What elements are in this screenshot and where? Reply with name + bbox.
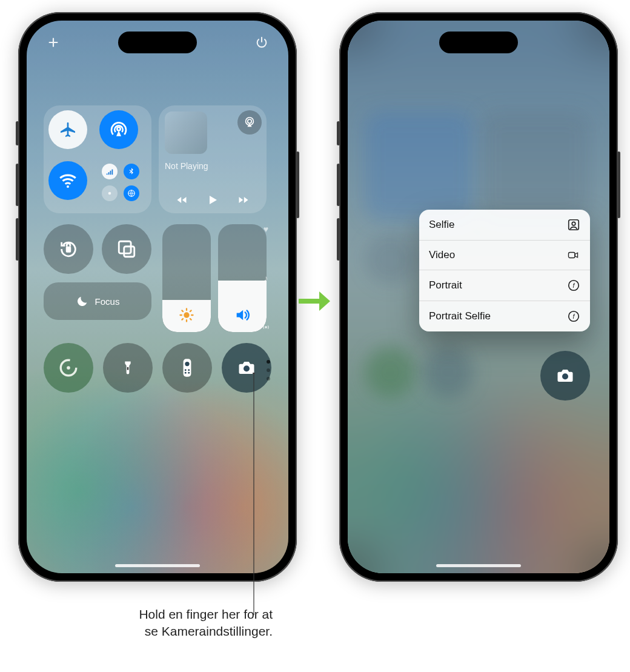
dynamic-island [439, 32, 518, 53]
menu-item-portrait-selfie[interactable]: Portrait Selfie f [419, 301, 590, 331]
rewind-button[interactable] [174, 194, 190, 206]
callout-leader [253, 373, 255, 615]
now-playing-status: Not Playing [165, 161, 208, 171]
bluetooth-icon [124, 164, 139, 179]
focus-button[interactable]: Focus [44, 282, 151, 320]
moon-icon [76, 294, 89, 308]
control-page-indicators: ♥ ♪ [259, 224, 273, 332]
power-button[interactable] [253, 34, 270, 51]
svg-point-19 [188, 372, 190, 374]
svg-point-9 [184, 312, 189, 318]
volume-up-button [337, 164, 340, 206]
volume-down-button [337, 218, 340, 261]
play-button[interactable] [205, 193, 220, 207]
svg-rect-13 [127, 367, 128, 370]
selfie-icon [567, 218, 580, 231]
svg-point-17 [188, 369, 190, 371]
connectivity-mini-cluster[interactable] [99, 161, 142, 204]
svg-text:f: f [573, 282, 575, 289]
menu-item-portrait[interactable]: Portrait f [419, 270, 590, 301]
airplay-button[interactable] [237, 110, 262, 135]
vpn-icon [124, 185, 139, 201]
blurred-btn [365, 234, 416, 285]
svg-point-10 [265, 327, 267, 328]
volume-down-button [16, 218, 19, 261]
svg-point-2 [108, 192, 111, 195]
svg-point-22 [572, 222, 575, 225]
svg-rect-21 [569, 220, 579, 230]
svg-point-20 [244, 365, 250, 371]
camera-icon [554, 367, 576, 385]
sun-icon [178, 307, 195, 324]
menu-item-selfie[interactable]: Selfie [419, 210, 590, 240]
svg-point-5 [248, 119, 251, 123]
menu-item-video[interactable]: Video [419, 240, 590, 270]
menu-item-label: Portrait [429, 279, 462, 291]
menu-item-label: Selfie [429, 219, 455, 231]
arrow-right-icon [299, 288, 333, 314]
connectivity-group[interactable] [44, 105, 151, 213]
volume-up-button [16, 164, 19, 206]
svg-point-30 [253, 373, 255, 374]
caption-line: se Kameraindstillinger. [145, 624, 273, 638]
svg-point-12 [67, 366, 70, 370]
svg-point-28 [562, 373, 568, 379]
mute-switch [337, 121, 340, 145]
menu-item-label: Portrait Selfie [429, 310, 491, 322]
camera-quick-actions-menu: Selfie Video Portrait f Portrait Selfie … [419, 210, 590, 331]
svg-text:f: f [573, 313, 575, 320]
svg-point-18 [185, 372, 187, 374]
blurred-media [481, 111, 590, 221]
camera-button[interactable] [540, 351, 590, 401]
iphone-left: Not Playing Focus [18, 12, 297, 582]
svg-point-0 [117, 127, 120, 130]
blurred-btn [423, 347, 474, 398]
menu-item-label: Video [429, 249, 455, 261]
aperture-icon: f [567, 310, 580, 323]
screen-right: Selfie Video Portrait f Portrait Selfie … [348, 21, 609, 573]
brightness-slider[interactable] [162, 224, 211, 332]
svg-rect-23 [569, 253, 575, 258]
iphone-right: Selfie Video Portrait f Portrait Selfie … [339, 12, 618, 582]
wifi-toggle[interactable] [48, 161, 87, 200]
airdrop-toggle[interactable] [99, 110, 138, 149]
screen-left: Not Playing Focus [27, 21, 288, 573]
rotation-lock-toggle[interactable] [44, 224, 93, 274]
blurred-btn [365, 347, 416, 398]
now-playing-artwork [165, 111, 207, 154]
cellular-icon [102, 164, 118, 179]
airplay-icon [243, 116, 256, 129]
now-playing-group[interactable]: Not Playing [159, 105, 267, 213]
aperture-icon: f [567, 279, 580, 292]
video-icon [566, 250, 580, 261]
svg-rect-8 [124, 247, 134, 257]
flashlight-icon [119, 358, 136, 378]
page-dots [263, 345, 274, 395]
home-indicator[interactable] [115, 564, 200, 567]
airplane-icon [58, 120, 78, 139]
screen-mirroring-button[interactable] [102, 224, 151, 274]
airplane-mode-toggle[interactable] [48, 110, 87, 149]
satellite-icon [102, 185, 118, 201]
remote-icon [181, 357, 194, 379]
side-button [617, 151, 620, 218]
svg-point-15 [185, 362, 189, 366]
flashlight-button[interactable] [103, 343, 153, 393]
mute-switch [16, 121, 19, 145]
add-control-button[interactable] [45, 34, 62, 51]
caption-line: Hold en finger her for at [139, 607, 273, 621]
timer-button[interactable] [44, 343, 93, 393]
blurred-connectivity [365, 111, 474, 221]
speaker-icon [234, 307, 251, 324]
home-indicator[interactable] [436, 564, 521, 567]
timer-icon [58, 358, 79, 378]
svg-rect-14 [184, 359, 191, 376]
wifi-icon [58, 170, 78, 191]
callout-caption: Hold en finger her for at se Kameraindst… [42, 606, 273, 640]
heart-icon: ♥ [264, 224, 268, 234]
remote-button[interactable] [162, 343, 212, 393]
svg-rect-6 [66, 247, 71, 253]
hotspot-icon [261, 322, 271, 332]
forward-button[interactable] [236, 194, 251, 206]
screen-mirroring-icon [116, 239, 137, 259]
